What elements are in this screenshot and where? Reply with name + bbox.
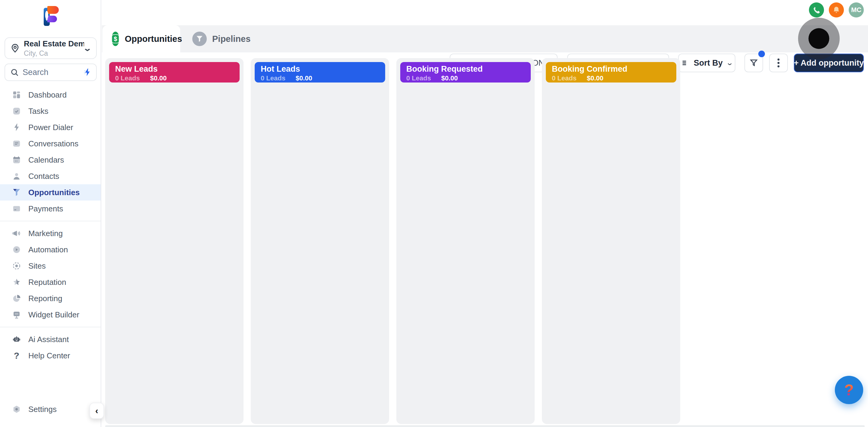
column-lead-count: 0 Leads (406, 74, 431, 82)
column-title: Booking Requested (406, 64, 525, 74)
column-lead-count: 0 Leads (261, 74, 285, 82)
help-fab-button[interactable]: ? (835, 376, 863, 404)
sidebar-nav: Dashboard Tasks Power Dialer Conversatio… (0, 87, 101, 364)
tasks-icon (11, 107, 22, 116)
horizontal-scrollbar[interactable] (105, 425, 865, 427)
column-booking-confirmed[interactable]: Booking Confirmed 0 Leads$0.00 (542, 58, 680, 424)
top-strip: MC (102, 0, 868, 25)
column-amount: $0.00 (441, 74, 458, 82)
column-title: Booking Confirmed (552, 64, 670, 74)
location-pin-icon (10, 43, 20, 53)
column-amount: $0.00 (587, 74, 603, 82)
column-lead-count: 0 Leads (115, 74, 140, 82)
sidebar-item-tasks[interactable]: Tasks (0, 103, 101, 119)
sidebar-divider (0, 327, 101, 327)
help-question-icon: ? (11, 351, 22, 361)
tab-opportunities[interactable]: $ Opportunities (102, 25, 180, 53)
opportunities-funnel-icon (11, 188, 22, 197)
chevron-down-icon: ⌄ (83, 44, 92, 53)
brand-logo-icon (41, 6, 59, 27)
sidebar-item-widget-builder[interactable]: Widget Builder (0, 306, 101, 323)
power-dialer-icon (11, 123, 22, 132)
sidebar: Real Estate Demo City, Ca ⌄ Dashboard Ta… (0, 0, 101, 427)
sidebar-item-power-dialer[interactable]: Power Dialer (0, 119, 101, 135)
sort-by-button[interactable]: Sort By ⌄ (678, 54, 735, 72)
kanban-board: New Leads 0 Leads$0.00 Hot Leads 0 Leads… (105, 58, 680, 424)
column-header: New Leads 0 Leads$0.00 (109, 62, 240, 83)
search-icon (10, 68, 19, 77)
column-booking-requested[interactable]: Booking Requested 0 Leads$0.00 (396, 58, 535, 424)
sidebar-search[interactable] (4, 64, 97, 81)
sidebar-item-ai-assistant[interactable]: Ai Assistant (0, 331, 101, 348)
opportunities-dollar-icon: $ (112, 32, 119, 46)
column-header: Booking Confirmed 0 Leads$0.00 (546, 62, 676, 83)
sidebar-item-reputation[interactable]: Reputation (0, 274, 101, 290)
chevron-down-icon: ⌄ (726, 59, 734, 67)
kebab-menu-icon (777, 58, 780, 68)
sites-icon (11, 261, 22, 270)
phone-icon (812, 6, 821, 14)
chevron-left-icon: ‹ (95, 406, 98, 416)
widget-builder-icon (11, 310, 22, 319)
account-switcher[interactable]: Real Estate Demo City, Ca ⌄ (4, 37, 97, 59)
sidebar-item-conversations[interactable]: Conversations (0, 135, 101, 152)
more-options-button[interactable] (769, 54, 788, 72)
filter-funnel-icon (749, 58, 758, 67)
sidebar-item-payments[interactable]: Payments (0, 201, 101, 217)
reputation-icon (11, 277, 22, 287)
column-amount: $0.00 (150, 74, 167, 82)
help-question-icon: ? (844, 381, 854, 399)
column-hot-leads[interactable]: Hot Leads 0 Leads$0.00 (251, 58, 389, 424)
account-location: City, Ca (24, 50, 84, 58)
phone-dialer-button[interactable] (809, 2, 824, 18)
quick-actions-bolt-icon[interactable] (83, 68, 92, 77)
reporting-icon (11, 294, 22, 303)
sidebar-item-calendars[interactable]: Calendars (0, 152, 101, 168)
filter-active-badge (758, 51, 765, 57)
sort-lines-icon (681, 59, 689, 67)
add-opportunity-button[interactable]: + Add opportunity (794, 54, 864, 72)
sidebar-item-sites[interactable]: Sites (0, 258, 101, 274)
calendars-icon (11, 155, 22, 164)
pipelines-funnel-icon (192, 32, 207, 46)
main-content: MC $ Opportunities Pipelines YOUR PROMOT… (102, 0, 868, 427)
sidebar-item-automation[interactable]: Automation (0, 241, 101, 258)
sidebar-item-marketing[interactable]: Marketing (0, 225, 101, 241)
sidebar-search-input[interactable] (23, 68, 83, 77)
conversations-icon (11, 139, 22, 148)
column-title: Hot Leads (261, 64, 379, 74)
column-header: Hot Leads 0 Leads$0.00 (255, 62, 385, 83)
account-name: Real Estate Demo (24, 39, 84, 48)
tab-pipelines[interactable]: Pipelines (187, 25, 259, 53)
contacts-icon (11, 172, 22, 181)
column-new-leads[interactable]: New Leads 0 Leads$0.00 (105, 58, 244, 424)
column-header: Booking Requested 0 Leads$0.00 (400, 62, 531, 83)
bell-icon (832, 6, 841, 14)
sidebar-item-contacts[interactable]: Contacts (0, 168, 101, 184)
settings-gear-icon (11, 405, 22, 414)
marketing-icon (11, 229, 22, 238)
sidebar-item-reporting[interactable]: Reporting (0, 290, 101, 306)
automation-icon (11, 245, 22, 254)
column-title: New Leads (115, 64, 234, 74)
sidebar-item-opportunities[interactable]: Opportunities (0, 184, 101, 201)
column-lead-count: 0 Leads (552, 74, 577, 82)
filter-button[interactable] (744, 54, 763, 72)
sidebar-item-dashboard[interactable]: Dashboard (0, 87, 101, 103)
sidebar-item-settings[interactable]: Settings (0, 401, 101, 417)
notifications-button[interactable] (829, 2, 844, 18)
ai-assistant-robot-icon (11, 335, 22, 344)
dashboard-icon (11, 90, 22, 99)
sidebar-divider (0, 221, 101, 221)
user-avatar[interactable]: MC (849, 2, 864, 18)
payments-icon (11, 204, 22, 213)
column-amount: $0.00 (296, 74, 312, 82)
tab-bar: $ Opportunities Pipelines YOUR PROMOTION… (102, 25, 868, 53)
app-root: Real Estate Demo City, Ca ⌄ Dashboard Ta… (0, 0, 868, 427)
sidebar-collapse-button[interactable]: ‹ (90, 403, 104, 419)
sidebar-item-help-center[interactable]: ? Help Center (0, 348, 101, 364)
